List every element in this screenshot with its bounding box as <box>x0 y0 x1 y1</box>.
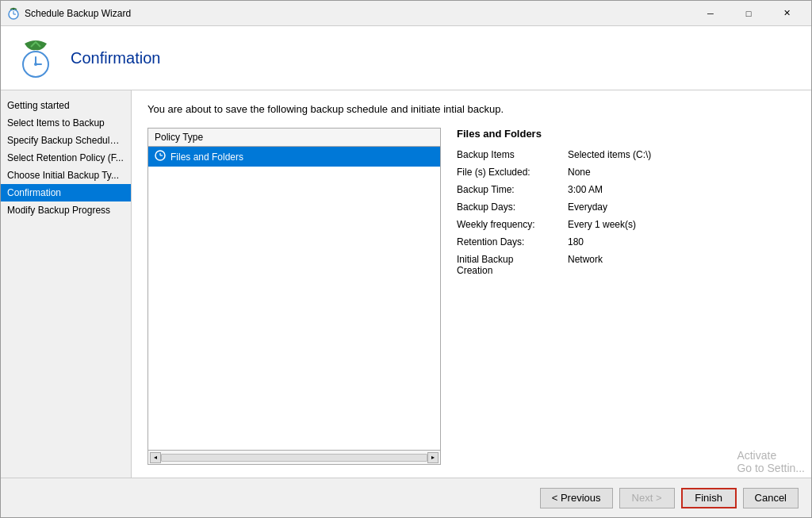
sidebar-item-6[interactable]: Modify Backup Progress <box>1 201 131 219</box>
finish-button[interactable]: Finish <box>681 488 737 508</box>
content-area: Getting startedSelect Items to BackupSpe… <box>1 90 811 478</box>
sidebar-item-3[interactable]: Select Retention Policy (F... <box>1 149 131 167</box>
svg-point-3 <box>13 8 14 10</box>
policy-item-label: Files and Folders <box>170 152 243 163</box>
policy-list-container: Policy Type Files and Fo <box>147 128 441 465</box>
detail-row-initial-backup: Initial Backup Creation Network <box>457 254 795 276</box>
maximize-button[interactable]: □ <box>730 2 767 25</box>
cancel-button[interactable]: Cancel <box>743 488 799 508</box>
detail-label-backup-time: Backup Time: <box>457 184 568 195</box>
close-button[interactable]: ✕ <box>768 2 805 25</box>
detail-label-backup-items: Backup Items <box>457 149 568 160</box>
detail-value-weekly-freq: Every 1 week(s) <box>568 219 636 230</box>
detail-label-excluded: File (s) Excluded: <box>457 167 568 178</box>
files-folders-icon <box>155 150 166 163</box>
sidebar-item-2[interactable]: Specify Backup Schedule ... <box>1 132 131 149</box>
detail-label-backup-days: Backup Days: <box>457 201 568 213</box>
next-button[interactable]: Next > <box>619 488 675 508</box>
window-title: Schedule Backup Wizard <box>25 8 692 19</box>
detail-row-backup-items: Backup Items Selected items (C:\) <box>457 149 795 160</box>
detail-row-retention-days: Retention Days: 180 <box>457 236 795 247</box>
detail-row-excluded: File (s) Excluded: None <box>457 167 795 178</box>
window-controls: ─ □ ✕ <box>692 2 805 25</box>
header-icon-container <box>13 36 58 80</box>
intro-text: You are about to save the following back… <box>147 103 795 115</box>
scroll-track[interactable] <box>161 454 427 462</box>
scroll-right-btn[interactable]: ▸ <box>427 452 439 463</box>
minimize-button[interactable]: ─ <box>692 2 729 25</box>
detail-value-excluded: None <box>568 167 591 178</box>
wizard-window: Schedule Backup Wizard ─ □ ✕ Confirmatio… <box>0 0 812 518</box>
detail-value-initial-backup: Network <box>568 254 603 265</box>
sidebar-item-4[interactable]: Choose Initial Backup Ty... <box>1 167 131 184</box>
detail-value-backup-time: 3:00 AM <box>568 184 603 195</box>
details-panel: Files and Folders Backup Items Selected … <box>457 128 795 465</box>
svg-point-7 <box>34 63 37 66</box>
detail-row-weekly-freq: Weekly frequency: Every 1 week(s) <box>457 219 795 230</box>
wizard-header: Confirmation <box>1 26 811 90</box>
page-title: Confirmation <box>71 49 160 67</box>
activate-watermark: Activate Go to Settin... <box>730 446 811 478</box>
panel-body: Policy Type Files and Fo <box>147 128 795 465</box>
policy-list-item[interactable]: Files and Folders <box>148 147 440 167</box>
title-bar: Schedule Backup Wizard ─ □ ✕ <box>1 1 811 26</box>
detail-label-weekly-freq: Weekly frequency: <box>457 219 568 230</box>
main-panel: You are about to save the following back… <box>132 90 811 478</box>
detail-label-retention-days: Retention Days: <box>457 236 568 247</box>
detail-value-retention-days: 180 <box>568 236 584 247</box>
detail-label-initial-backup: Initial Backup Creation <box>457 254 568 276</box>
app-icon <box>7 7 20 20</box>
sidebar-item-1[interactable]: Select Items to Backup <box>1 114 131 132</box>
detail-row-backup-days: Backup Days: Everyday <box>457 201 795 213</box>
horizontal-scrollbar[interactable]: ◂ ▸ <box>148 450 440 464</box>
footer: Activate Go to Settin... < Previous Next… <box>1 478 811 517</box>
previous-button[interactable]: < Previous <box>540 488 613 508</box>
sidebar-item-5[interactable]: Confirmation <box>1 184 131 201</box>
sidebar: Getting startedSelect Items to BackupSpe… <box>1 90 132 478</box>
detail-row-backup-time: Backup Time: 3:00 AM <box>457 184 795 195</box>
details-title: Files and Folders <box>457 128 795 140</box>
backup-wizard-icon <box>13 36 58 80</box>
policy-list-header: Policy Type <box>148 129 440 147</box>
detail-value-backup-days: Everyday <box>568 201 607 213</box>
policy-list-body[interactable]: Files and Folders <box>148 147 440 450</box>
scroll-left-btn[interactable]: ◂ <box>150 452 161 463</box>
detail-value-backup-items: Selected items (C:\) <box>568 149 651 160</box>
sidebar-item-0[interactable]: Getting started <box>1 97 131 114</box>
